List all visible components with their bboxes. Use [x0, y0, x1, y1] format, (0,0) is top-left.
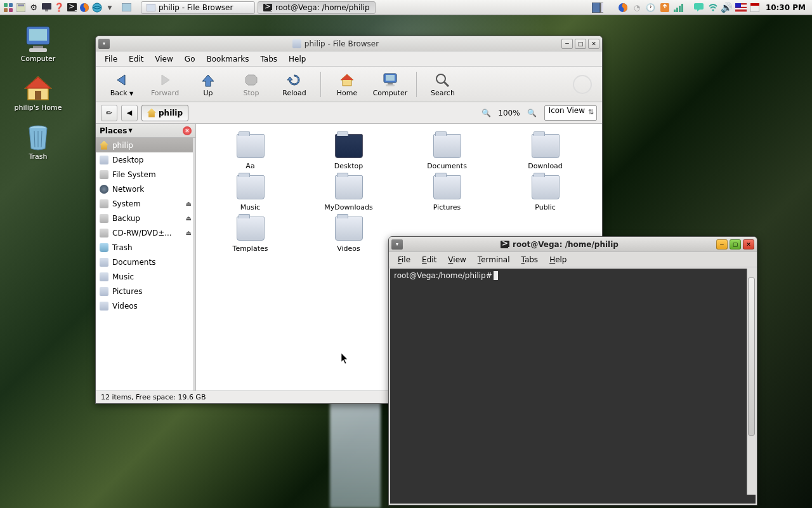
desktop-computer-icon[interactable]: Computer	[6, 25, 70, 63]
toolbar-computer-button[interactable]: Computer	[369, 70, 411, 98]
file-item[interactable]: MyDownloads	[299, 175, 398, 211]
maximize-button[interactable]: ▢	[730, 239, 741, 250]
sidebar-item-filesystem[interactable]: File System	[96, 167, 195, 182]
menu-edit[interactable]: Edit	[417, 253, 442, 266]
toolbar-up-button[interactable]: Up	[187, 70, 229, 98]
zoom-out-button[interactable]: 🔍	[478, 105, 494, 121]
file-item[interactable]: Desktop	[299, 134, 398, 170]
menu-help[interactable]: Help	[544, 253, 572, 266]
chat-icon[interactable]	[693, 2, 705, 13]
menu-view[interactable]: View	[150, 53, 178, 65]
eject-icon[interactable]: ⏏	[186, 229, 192, 236]
edit-location-button[interactable]: ✏	[101, 105, 117, 121]
firefox-tray-icon[interactable]	[617, 2, 629, 13]
workspace-switcher-icon[interactable]	[592, 2, 603, 13]
network-signal-icon[interactable]	[673, 2, 684, 13]
desktop-home-icon[interactable]: philip's Home	[6, 74, 70, 112]
menu-view[interactable]: View	[443, 253, 471, 266]
sidebar-item-system[interactable]: System⏏	[96, 196, 195, 211]
menu-file[interactable]: File	[100, 53, 122, 65]
sidebar-item-videos[interactable]: Videos	[96, 298, 195, 313]
taskbar-item[interactable]: >_root@Vega: /home/philip	[258, 1, 376, 14]
globe-icon[interactable]	[91, 2, 103, 13]
sidebar-item-desktop[interactable]: Desktop	[96, 152, 195, 167]
file-item[interactable]: Videos	[299, 217, 398, 253]
svg-line-42	[444, 82, 449, 86]
home-icon	[100, 141, 108, 150]
toolbar-reload-button[interactable]: Reload	[273, 70, 315, 98]
clock-icon[interactable]: 🕐	[645, 2, 657, 13]
status-icon[interactable]: ◔	[631, 2, 643, 13]
file-browser-titlebar[interactable]: ▾ philip - File Browser ─ □ ✕	[96, 36, 602, 51]
minimize-button[interactable]: ─	[716, 239, 728, 250]
toolbar-back-button[interactable]: Back ▼	[101, 70, 143, 98]
file-item[interactable]: Download	[496, 134, 594, 170]
update-icon[interactable]	[659, 2, 671, 13]
eject-icon[interactable]: ⏏	[186, 200, 192, 207]
gnome-menu-icon[interactable]	[3, 2, 14, 13]
sidebar-header[interactable]: Places▼ ✕	[96, 124, 195, 138]
menu-file[interactable]: File	[393, 253, 416, 266]
sidebar-item-network[interactable]: Network	[96, 182, 195, 196]
minimize-button[interactable]: ─	[561, 39, 573, 49]
file-item[interactable]: Aa	[201, 134, 299, 170]
path-back-button[interactable]: ◀	[121, 105, 138, 121]
sidebar-item-trash[interactable]: Trash	[96, 240, 195, 255]
terminal-body[interactable]: root@Vega:/home/philip#	[390, 269, 756, 504]
close-button[interactable]: ✕	[743, 239, 754, 250]
menu-go[interactable]: Go	[180, 53, 200, 65]
file-item[interactable]: Templates	[201, 217, 299, 253]
eject-icon[interactable]: ⏏	[186, 215, 192, 222]
wifi-icon[interactable]	[707, 2, 719, 13]
menu-tabs[interactable]: Tabs	[516, 253, 544, 266]
show-desktop-icon[interactable]	[121, 2, 132, 13]
terminal-output[interactable]: root@Vega:/home/philip#	[391, 270, 745, 493]
sidebar-item-backup[interactable]: Backup⏏	[96, 211, 195, 225]
sidebar-item-music[interactable]: Music	[96, 269, 195, 284]
menu-bookmarks[interactable]: Bookmarks	[201, 53, 254, 65]
toolbar-search-button[interactable]: Search	[422, 70, 464, 98]
desktop-trash-icon[interactable]: Trash	[6, 123, 70, 161]
apps-icon[interactable]	[15, 2, 27, 13]
zoom-in-button[interactable]: 🔍	[524, 105, 540, 121]
file-item[interactable]: Music	[201, 175, 299, 211]
sidebar-close-icon[interactable]: ✕	[183, 126, 192, 135]
menu-help[interactable]: Help	[284, 53, 311, 65]
dropdown-arrow-icon[interactable]: ▼	[104, 2, 115, 13]
sidebar-item-documents[interactable]: Documents	[96, 255, 195, 269]
file-item[interactable]: Pictures	[398, 175, 496, 211]
file-item[interactable]: Public	[496, 175, 594, 211]
keyboard-layout-flag[interactable]	[735, 2, 747, 13]
terminal-titlebar[interactable]: ▾ >_ root@Vega: /home/philip ─ ▢ ✕	[389, 237, 757, 252]
close-button[interactable]: ✕	[588, 39, 599, 49]
svg-point-41	[436, 74, 445, 83]
calendar-icon[interactable]	[749, 2, 761, 13]
menu-terminal[interactable]: Terminal	[473, 253, 515, 266]
maximize-button[interactable]: □	[575, 39, 586, 49]
sidebar-item-pictures[interactable]: Pictures	[96, 284, 195, 298]
svg-text:>_: >_	[69, 3, 77, 11]
svg-text:>_: >_	[265, 4, 272, 11]
terminal-scrollbar[interactable]	[747, 269, 756, 495]
monitor-icon[interactable]	[41, 2, 52, 13]
svg-rect-24	[694, 3, 704, 10]
file-item[interactable]: Documents	[398, 134, 496, 170]
panel-clock[interactable]: 10:30 PM	[763, 3, 808, 12]
terminal-launcher-icon[interactable]: >_	[66, 2, 77, 13]
toolbar-home-button[interactable]: Home	[326, 70, 368, 98]
svg-point-11	[93, 3, 102, 12]
gear-icon[interactable]: ⚙	[28, 2, 39, 13]
sidebar-item-cdrwdvd[interactable]: CD-RW/DVD±...⏏	[96, 225, 195, 240]
window-menu-button[interactable]: ▾	[98, 39, 110, 49]
menu-tabs[interactable]: Tabs	[256, 53, 283, 65]
help-icon[interactable]: ❓	[53, 2, 65, 13]
view-mode-select[interactable]: Icon View	[544, 105, 597, 121]
firefox-icon[interactable]	[79, 2, 90, 13]
menu-edit[interactable]: Edit	[124, 53, 148, 65]
path-button-current[interactable]: philip	[141, 105, 188, 121]
volume-icon[interactable]: 🔊	[721, 2, 733, 13]
window-menu-button[interactable]: ▾	[391, 239, 403, 250]
sidebar-item-philip[interactable]: philip	[96, 138, 195, 152]
taskbar-item[interactable]: philip - File Browser	[141, 1, 255, 14]
places-sidebar: Places▼ ✕ philipDesktopFile SystemNetwor…	[96, 124, 196, 391]
